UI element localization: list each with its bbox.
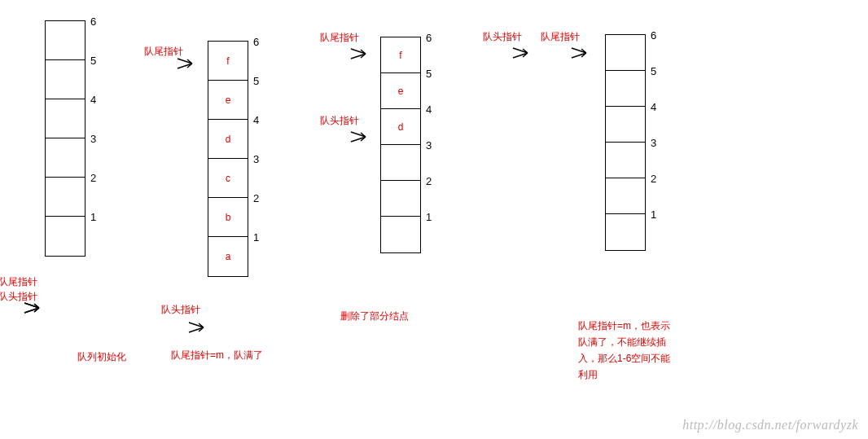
- diagram-stage: http://blog.csdn.net/forwardyzk 654321fe…: [0, 0, 868, 439]
- queue-cell: [606, 107, 645, 143]
- queue-cell: [606, 143, 645, 178]
- queue-stack: [45, 20, 85, 257]
- index-tick: 1: [253, 231, 259, 244]
- queue-column-1: 654321: [45, 20, 85, 257]
- index-tick: 3: [253, 153, 259, 165]
- queue-cell: f: [208, 42, 248, 81]
- queue-cell: [46, 217, 85, 256]
- caption-text: 队列初始化: [77, 350, 126, 364]
- index-tick: 2: [253, 192, 259, 204]
- queue-cell: [381, 145, 420, 181]
- index-tick: 6: [253, 36, 259, 48]
- queue-cell: a: [208, 237, 248, 276]
- queue-cell: [606, 214, 645, 250]
- head-pointer-label: 队头指针: [483, 30, 522, 44]
- queue-stack: fed: [380, 37, 421, 253]
- queue-cell: d: [381, 109, 420, 145]
- index-tick: 3: [90, 133, 96, 145]
- index-tick: 5: [426, 68, 432, 80]
- watermark-text: http://blog.csdn.net/forwardyzk: [682, 418, 858, 432]
- index-tick: 6: [651, 29, 656, 42]
- index-tick: 3: [426, 139, 432, 151]
- queue-cell: [46, 60, 85, 99]
- caption-text: 队尾指针=m，也表示: [578, 319, 670, 333]
- caption-text: 删除了部分结点: [340, 309, 409, 323]
- index-tick: 4: [253, 114, 259, 126]
- caption-text: 队满了，不能继续插: [578, 336, 666, 349]
- queue-cell: d: [208, 120, 248, 159]
- queue-cell: [606, 71, 645, 107]
- index-tick: 1: [426, 211, 432, 223]
- index-tick: 5: [253, 75, 259, 87]
- rear-pointer-label: 队尾指针: [541, 30, 580, 44]
- queue-cell: [46, 21, 85, 60]
- queue-cell: e: [208, 81, 248, 120]
- queue-cell: b: [208, 198, 248, 237]
- queue-stack: [605, 34, 646, 251]
- queue-column-4: 654321: [605, 34, 646, 251]
- pointer-arrow-icon: [570, 45, 593, 59]
- queue-cell: c: [208, 159, 248, 198]
- index-tick: 2: [90, 172, 96, 184]
- index-tick: 6: [426, 32, 432, 44]
- index-tick: 1: [651, 209, 656, 221]
- index-tick: 1: [90, 211, 96, 223]
- caption-text: 利用: [578, 368, 598, 382]
- index-tick: 2: [651, 173, 656, 185]
- queue-stack: fedcba: [208, 41, 248, 277]
- queue-cell: [46, 99, 85, 138]
- index-tick: 4: [426, 103, 432, 116]
- pointer-arrow-icon: [176, 55, 199, 70]
- queue-column-2: fedcba654321: [208, 41, 248, 277]
- queue-column-3: fed654321: [380, 37, 421, 253]
- queue-cell: [46, 138, 85, 178]
- index-tick: 3: [651, 137, 656, 149]
- pointer-arrow-icon: [187, 319, 210, 334]
- caption-text: 入，那么1-6空间不能: [578, 352, 670, 366]
- index-tick: 5: [90, 55, 96, 67]
- index-tick: 6: [90, 15, 96, 28]
- index-tick: 4: [651, 101, 656, 113]
- queue-cell: [381, 181, 420, 217]
- rear-pointer-label: 队尾指针: [0, 275, 37, 289]
- rear-pointer-label: 队尾指针: [320, 31, 359, 45]
- pointer-arrow-icon: [23, 300, 46, 314]
- queue-cell: [606, 178, 645, 214]
- head-pointer-label: 队头指针: [161, 303, 200, 317]
- queue-cell: [606, 35, 645, 71]
- index-tick: 2: [426, 175, 432, 187]
- index-tick: 5: [651, 65, 656, 77]
- index-tick: 4: [90, 94, 96, 106]
- head-pointer-label: 队头指针: [320, 114, 359, 128]
- queue-cell: e: [381, 73, 420, 109]
- pointer-arrow-icon: [511, 45, 534, 59]
- caption-text: 队尾指针=m，队满了: [171, 349, 263, 362]
- queue-cell: [46, 178, 85, 217]
- pointer-arrow-icon: [349, 46, 372, 60]
- pointer-arrow-icon: [349, 129, 372, 143]
- queue-cell: [381, 217, 420, 252]
- queue-cell: f: [381, 37, 420, 73]
